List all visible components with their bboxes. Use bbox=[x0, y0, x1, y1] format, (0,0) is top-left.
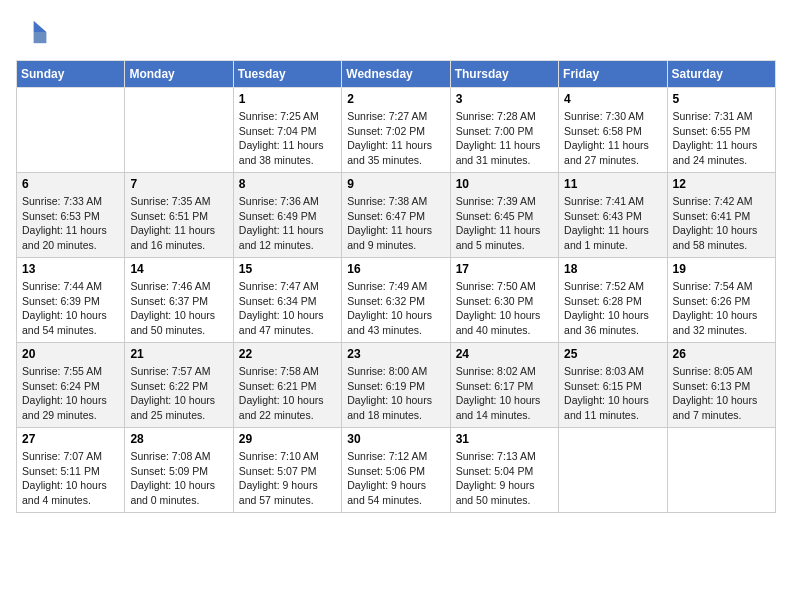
calendar-cell: 24Sunrise: 8:02 AMSunset: 6:17 PMDayligh… bbox=[450, 343, 558, 428]
cell-content: Sunrise: 7:36 AMSunset: 6:49 PMDaylight:… bbox=[239, 194, 336, 253]
day-number: 1 bbox=[239, 92, 336, 106]
cell-content: Sunrise: 8:02 AMSunset: 6:17 PMDaylight:… bbox=[456, 364, 553, 423]
day-number: 19 bbox=[673, 262, 770, 276]
day-number: 4 bbox=[564, 92, 661, 106]
cell-content: Sunrise: 7:46 AMSunset: 6:37 PMDaylight:… bbox=[130, 279, 227, 338]
cell-content: Sunrise: 7:54 AMSunset: 6:26 PMDaylight:… bbox=[673, 279, 770, 338]
cell-content: Sunrise: 7:38 AMSunset: 6:47 PMDaylight:… bbox=[347, 194, 444, 253]
cell-content: Sunrise: 8:00 AMSunset: 6:19 PMDaylight:… bbox=[347, 364, 444, 423]
day-number: 11 bbox=[564, 177, 661, 191]
cell-content: Sunrise: 7:27 AMSunset: 7:02 PMDaylight:… bbox=[347, 109, 444, 168]
cell-content: Sunrise: 7:28 AMSunset: 7:00 PMDaylight:… bbox=[456, 109, 553, 168]
calendar-cell: 3Sunrise: 7:28 AMSunset: 7:00 PMDaylight… bbox=[450, 88, 558, 173]
col-header-thursday: Thursday bbox=[450, 61, 558, 88]
calendar-cell: 21Sunrise: 7:57 AMSunset: 6:22 PMDayligh… bbox=[125, 343, 233, 428]
calendar-cell: 29Sunrise: 7:10 AMSunset: 5:07 PMDayligh… bbox=[233, 428, 341, 513]
cell-content: Sunrise: 7:33 AMSunset: 6:53 PMDaylight:… bbox=[22, 194, 119, 253]
cell-content: Sunrise: 7:50 AMSunset: 6:30 PMDaylight:… bbox=[456, 279, 553, 338]
col-header-saturday: Saturday bbox=[667, 61, 775, 88]
cell-content: Sunrise: 7:12 AMSunset: 5:06 PMDaylight:… bbox=[347, 449, 444, 508]
calendar-cell: 15Sunrise: 7:47 AMSunset: 6:34 PMDayligh… bbox=[233, 258, 341, 343]
cell-content: Sunrise: 7:55 AMSunset: 6:24 PMDaylight:… bbox=[22, 364, 119, 423]
day-number: 24 bbox=[456, 347, 553, 361]
calendar-cell: 25Sunrise: 8:03 AMSunset: 6:15 PMDayligh… bbox=[559, 343, 667, 428]
col-header-wednesday: Wednesday bbox=[342, 61, 450, 88]
day-number: 29 bbox=[239, 432, 336, 446]
calendar-cell: 26Sunrise: 8:05 AMSunset: 6:13 PMDayligh… bbox=[667, 343, 775, 428]
day-number: 2 bbox=[347, 92, 444, 106]
logo bbox=[16, 16, 52, 48]
calendar-cell: 12Sunrise: 7:42 AMSunset: 6:41 PMDayligh… bbox=[667, 173, 775, 258]
svg-marker-0 bbox=[34, 21, 47, 32]
logo-icon bbox=[16, 16, 48, 48]
calendar-table: SundayMondayTuesdayWednesdayThursdayFrid… bbox=[16, 60, 776, 513]
calendar-cell: 7Sunrise: 7:35 AMSunset: 6:51 PMDaylight… bbox=[125, 173, 233, 258]
day-number: 6 bbox=[22, 177, 119, 191]
day-number: 5 bbox=[673, 92, 770, 106]
day-number: 25 bbox=[564, 347, 661, 361]
day-number: 20 bbox=[22, 347, 119, 361]
calendar-cell: 4Sunrise: 7:30 AMSunset: 6:58 PMDaylight… bbox=[559, 88, 667, 173]
day-number: 31 bbox=[456, 432, 553, 446]
cell-content: Sunrise: 7:13 AMSunset: 5:04 PMDaylight:… bbox=[456, 449, 553, 508]
cell-content: Sunrise: 7:58 AMSunset: 6:21 PMDaylight:… bbox=[239, 364, 336, 423]
cell-content: Sunrise: 7:47 AMSunset: 6:34 PMDaylight:… bbox=[239, 279, 336, 338]
calendar-cell: 11Sunrise: 7:41 AMSunset: 6:43 PMDayligh… bbox=[559, 173, 667, 258]
calendar-cell bbox=[17, 88, 125, 173]
cell-content: Sunrise: 7:30 AMSunset: 6:58 PMDaylight:… bbox=[564, 109, 661, 168]
cell-content: Sunrise: 7:49 AMSunset: 6:32 PMDaylight:… bbox=[347, 279, 444, 338]
day-number: 7 bbox=[130, 177, 227, 191]
day-number: 15 bbox=[239, 262, 336, 276]
calendar-cell: 9Sunrise: 7:38 AMSunset: 6:47 PMDaylight… bbox=[342, 173, 450, 258]
day-number: 14 bbox=[130, 262, 227, 276]
cell-content: Sunrise: 7:52 AMSunset: 6:28 PMDaylight:… bbox=[564, 279, 661, 338]
cell-content: Sunrise: 7:08 AMSunset: 5:09 PMDaylight:… bbox=[130, 449, 227, 508]
day-number: 30 bbox=[347, 432, 444, 446]
calendar-cell: 30Sunrise: 7:12 AMSunset: 5:06 PMDayligh… bbox=[342, 428, 450, 513]
cell-content: Sunrise: 8:05 AMSunset: 6:13 PMDaylight:… bbox=[673, 364, 770, 423]
calendar-cell: 13Sunrise: 7:44 AMSunset: 6:39 PMDayligh… bbox=[17, 258, 125, 343]
day-number: 3 bbox=[456, 92, 553, 106]
day-number: 12 bbox=[673, 177, 770, 191]
calendar-cell: 31Sunrise: 7:13 AMSunset: 5:04 PMDayligh… bbox=[450, 428, 558, 513]
svg-marker-1 bbox=[34, 32, 47, 43]
calendar-cell: 27Sunrise: 7:07 AMSunset: 5:11 PMDayligh… bbox=[17, 428, 125, 513]
day-number: 17 bbox=[456, 262, 553, 276]
day-number: 18 bbox=[564, 262, 661, 276]
cell-content: Sunrise: 7:25 AMSunset: 7:04 PMDaylight:… bbox=[239, 109, 336, 168]
day-number: 23 bbox=[347, 347, 444, 361]
day-number: 8 bbox=[239, 177, 336, 191]
day-number: 13 bbox=[22, 262, 119, 276]
page-header bbox=[16, 16, 776, 48]
cell-content: Sunrise: 7:31 AMSunset: 6:55 PMDaylight:… bbox=[673, 109, 770, 168]
cell-content: Sunrise: 7:42 AMSunset: 6:41 PMDaylight:… bbox=[673, 194, 770, 253]
cell-content: Sunrise: 7:57 AMSunset: 6:22 PMDaylight:… bbox=[130, 364, 227, 423]
day-number: 9 bbox=[347, 177, 444, 191]
calendar-cell: 18Sunrise: 7:52 AMSunset: 6:28 PMDayligh… bbox=[559, 258, 667, 343]
day-number: 22 bbox=[239, 347, 336, 361]
calendar-cell: 14Sunrise: 7:46 AMSunset: 6:37 PMDayligh… bbox=[125, 258, 233, 343]
col-header-tuesday: Tuesday bbox=[233, 61, 341, 88]
calendar-cell bbox=[125, 88, 233, 173]
calendar-cell: 23Sunrise: 8:00 AMSunset: 6:19 PMDayligh… bbox=[342, 343, 450, 428]
calendar-cell: 22Sunrise: 7:58 AMSunset: 6:21 PMDayligh… bbox=[233, 343, 341, 428]
calendar-cell: 6Sunrise: 7:33 AMSunset: 6:53 PMDaylight… bbox=[17, 173, 125, 258]
cell-content: Sunrise: 7:35 AMSunset: 6:51 PMDaylight:… bbox=[130, 194, 227, 253]
day-number: 26 bbox=[673, 347, 770, 361]
day-number: 27 bbox=[22, 432, 119, 446]
cell-content: Sunrise: 7:07 AMSunset: 5:11 PMDaylight:… bbox=[22, 449, 119, 508]
calendar-cell: 8Sunrise: 7:36 AMSunset: 6:49 PMDaylight… bbox=[233, 173, 341, 258]
day-number: 10 bbox=[456, 177, 553, 191]
cell-content: Sunrise: 7:39 AMSunset: 6:45 PMDaylight:… bbox=[456, 194, 553, 253]
calendar-cell bbox=[559, 428, 667, 513]
cell-content: Sunrise: 7:10 AMSunset: 5:07 PMDaylight:… bbox=[239, 449, 336, 508]
calendar-cell: 5Sunrise: 7:31 AMSunset: 6:55 PMDaylight… bbox=[667, 88, 775, 173]
calendar-cell: 2Sunrise: 7:27 AMSunset: 7:02 PMDaylight… bbox=[342, 88, 450, 173]
calendar-cell: 28Sunrise: 7:08 AMSunset: 5:09 PMDayligh… bbox=[125, 428, 233, 513]
calendar-cell: 20Sunrise: 7:55 AMSunset: 6:24 PMDayligh… bbox=[17, 343, 125, 428]
day-number: 16 bbox=[347, 262, 444, 276]
cell-content: Sunrise: 8:03 AMSunset: 6:15 PMDaylight:… bbox=[564, 364, 661, 423]
calendar-cell: 19Sunrise: 7:54 AMSunset: 6:26 PMDayligh… bbox=[667, 258, 775, 343]
calendar-cell: 10Sunrise: 7:39 AMSunset: 6:45 PMDayligh… bbox=[450, 173, 558, 258]
calendar-cell: 16Sunrise: 7:49 AMSunset: 6:32 PMDayligh… bbox=[342, 258, 450, 343]
